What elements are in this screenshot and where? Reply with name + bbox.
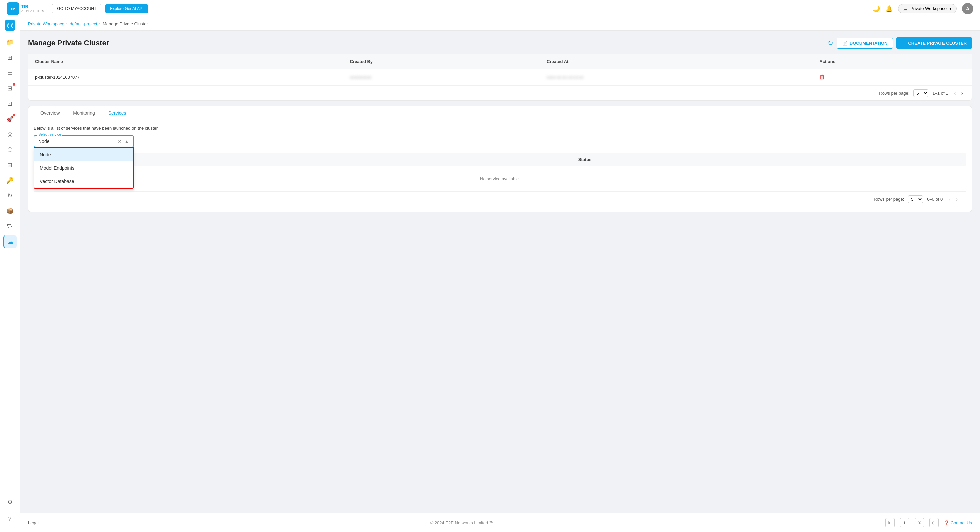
- created-at-blurred: xxxx-xx-xx xx:xx:xx: [547, 75, 584, 80]
- sidebar-item-key[interactable]: 🔑: [3, 174, 17, 187]
- prev-page-button[interactable]: ‹: [952, 90, 958, 97]
- page-area: Manage Private Cluster ↻ 📄 DOCUMENTATION…: [20, 31, 980, 513]
- breadcrumb-project[interactable]: default-project: [70, 21, 97, 26]
- documentation-button[interactable]: 📄 DOCUMENTATION: [837, 38, 893, 49]
- user-avatar[interactable]: A: [962, 3, 973, 14]
- sidebar-item-grid[interactable]: ⊟: [3, 82, 17, 95]
- no-service-text: No service available.: [41, 171, 959, 187]
- sidebar: ❮❮ 📁 ⊞ ☰ ⊟ ⊡ 🚀 ◎ ⬡ ⊟ 🔑 ↻ 📦 🛡 ☁ ⚙ ?: [0, 18, 20, 532]
- next-page-button[interactable]: ›: [959, 90, 965, 97]
- actions-cell: 🗑: [813, 69, 972, 86]
- select-service-value: Node: [38, 139, 118, 144]
- tab-overview[interactable]: Overview: [33, 106, 66, 120]
- services-pagination-range: 0–0 of 0: [927, 197, 943, 202]
- services-table: Updated At Status No service available.: [33, 153, 966, 192]
- refresh-button[interactable]: ↻: [828, 39, 833, 47]
- facebook-icon[interactable]: f: [900, 518, 909, 527]
- cluster-table-header-row: Cluster Name Created By Created At Actio…: [28, 54, 972, 69]
- dropdown-item-model-endpoints[interactable]: Model Endpoints: [34, 161, 133, 175]
- sidebar-item-deploy[interactable]: 🚀: [3, 112, 17, 126]
- sidebar-item-shield[interactable]: 🛡: [3, 220, 17, 233]
- delete-cluster-button[interactable]: 🗑: [819, 74, 825, 81]
- linkedin-icon[interactable]: in: [885, 518, 895, 527]
- logo-icon: TIR: [7, 2, 19, 15]
- tab-monitoring[interactable]: Monitoring: [66, 106, 101, 120]
- services-card: Overview Monitoring Services Below is a …: [28, 106, 972, 212]
- sidebar-item-table[interactable]: ⊡: [3, 97, 17, 110]
- cluster-table-wrapper: Cluster Name Created By Created At Actio…: [28, 54, 972, 86]
- sidebar-item-help[interactable]: ?: [3, 512, 17, 526]
- col-created-at: Created At: [540, 54, 813, 69]
- sidebar-item-circle[interactable]: ◎: [3, 127, 17, 141]
- page-title: Manage Private Cluster: [28, 39, 828, 47]
- sidebar-item-settings[interactable]: ⚙: [3, 496, 17, 509]
- footer-legal[interactable]: Legal: [28, 520, 39, 525]
- services-next-button[interactable]: ›: [954, 196, 960, 203]
- table-row: p-cluster-10241637077 xxxxxxxxxx xxxx-xx…: [28, 69, 972, 86]
- cluster-pagination: Rows per page: 5 10 25 1–1 of 1 ‹ ›: [28, 86, 972, 100]
- sidebar-item-list[interactable]: ☰: [3, 66, 17, 80]
- services-rows-per-page[interactable]: 5 10: [908, 195, 923, 203]
- top-navigation: TIR TIR AI PLATFORM GO TO MYACCOUNT Expl…: [0, 0, 980, 18]
- col-actions: Actions: [813, 54, 972, 69]
- sidebar-item-nodes[interactable]: ⬡: [3, 143, 17, 156]
- col-created-by: Created By: [343, 54, 540, 69]
- sidebar-item-files[interactable]: 📁: [3, 36, 17, 49]
- select-service-wrapper: Select service Node ✕ ▲ Node: [33, 135, 134, 147]
- sidebar-item-refresh[interactable]: ↻: [3, 189, 17, 202]
- app-body: ❮❮ 📁 ⊞ ☰ ⊟ ⊡ 🚀 ◎ ⬡ ⊟ 🔑 ↻ 📦 🛡 ☁ ⚙ ? Priva…: [0, 18, 980, 532]
- services-area: Select service Node ✕ ▲ Node: [33, 135, 966, 192]
- sidebar-item-cloud[interactable]: ☁: [3, 235, 17, 248]
- no-service-cell: No service available.: [34, 166, 966, 192]
- created-by-blurred: xxxxxxxxxx: [350, 75, 371, 80]
- tab-services[interactable]: Services: [102, 106, 133, 120]
- create-cluster-button[interactable]: ＋ CREATE PRIVATE CLUSTER: [896, 37, 972, 49]
- contact-us-button[interactable]: ❓ Contact Us: [944, 520, 972, 525]
- chevron-up-icon: ▲: [124, 139, 129, 144]
- services-prev-button[interactable]: ‹: [947, 196, 952, 203]
- sidebar-toggle[interactable]: ❮❮: [5, 20, 15, 31]
- sidebar-item-data[interactable]: ⊟: [3, 158, 17, 172]
- dropdown-item-vector-database[interactable]: Vector Database: [34, 175, 133, 188]
- sidebar-item-dashboard[interactable]: ⊞: [3, 51, 17, 64]
- pagination-range: 1–1 of 1: [932, 91, 948, 96]
- cluster-name-cell: p-cluster-10241637077: [28, 69, 343, 86]
- sidebar-item-container[interactable]: 📦: [3, 204, 17, 218]
- rows-select: 5 10 25: [913, 89, 928, 97]
- services-pagination: Rows per page: 5 10 0–0 of 0 ‹ ›: [33, 192, 966, 206]
- main-content: Private Workspace › default-project › Ma…: [20, 18, 980, 532]
- tabs-wrapper: Overview Monitoring Services: [28, 106, 972, 120]
- breadcrumb-workspace[interactable]: Private Workspace: [28, 21, 64, 26]
- dark-mode-toggle[interactable]: 🌙: [873, 5, 880, 12]
- breadcrumb-current: Manage Private Cluster: [103, 21, 148, 26]
- page-header: Manage Private Cluster ↻ 📄 DOCUMENTATION…: [28, 37, 972, 49]
- col-status: Status: [572, 153, 966, 166]
- page-nav: ‹ ›: [952, 90, 965, 97]
- breadcrumb-sep-2: ›: [99, 21, 101, 26]
- breadcrumb: Private Workspace › default-project › Ma…: [20, 18, 980, 31]
- select-service-label: Select service: [37, 132, 62, 136]
- footer: Legal © 2024 E2E Networks Limited ™ in f…: [20, 513, 980, 532]
- services-page-nav: ‹ ›: [947, 196, 960, 203]
- rss-icon[interactable]: ⊙: [929, 518, 939, 527]
- rows-per-page-label: Rows per page:: [879, 91, 909, 96]
- docs-icon: 📄: [842, 41, 848, 46]
- question-icon: ❓: [944, 520, 949, 525]
- workspace-icon: ☁: [903, 6, 908, 11]
- select-service-box[interactable]: Node ✕ ▲: [33, 135, 134, 147]
- myaccount-button[interactable]: GO TO MYACCOUNT: [52, 4, 101, 13]
- services-rows-label: Rows per page:: [873, 197, 904, 202]
- rows-per-page-select[interactable]: 5 10 25: [913, 89, 928, 97]
- genai-button[interactable]: Explore GenAI API: [105, 4, 148, 13]
- breadcrumb-sep-1: ›: [66, 21, 68, 26]
- notifications-button[interactable]: 🔔: [885, 5, 892, 12]
- chevron-down-icon: ▾: [949, 6, 952, 11]
- select-service-dropdown[interactable]: Node Model Endpoints Vector Database: [33, 147, 134, 189]
- col-cluster-name: Cluster Name: [28, 54, 343, 69]
- services-table-area: Updated At Status No service available.: [33, 153, 966, 192]
- workspace-selector[interactable]: ☁ Private Workspace ▾: [898, 4, 957, 13]
- clear-icon[interactable]: ✕: [118, 139, 122, 144]
- dropdown-item-node[interactable]: Node: [34, 148, 133, 161]
- twitter-icon[interactable]: 𝕏: [915, 518, 924, 527]
- nav-right: 🌙 🔔 ☁ Private Workspace ▾ A: [873, 3, 973, 14]
